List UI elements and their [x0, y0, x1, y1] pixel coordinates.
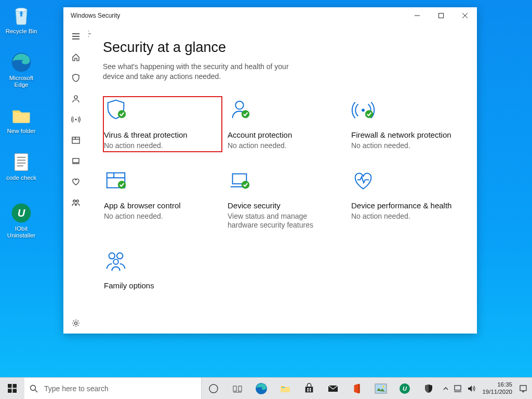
start-button[interactable]	[0, 378, 24, 400]
svg-rect-48	[282, 387, 285, 388]
tile-firewall-network[interactable]: Firewall & network protection No action …	[350, 96, 470, 152]
taskbar-store[interactable]	[297, 378, 321, 400]
window-title: Windows Security	[71, 12, 120, 19]
taskbar-search[interactable]: Type here to search	[24, 378, 202, 400]
nav-menu-button[interactable]	[63, 26, 88, 47]
svg-point-25	[362, 109, 365, 112]
heart-pulse-icon	[351, 169, 468, 197]
maximize-icon	[438, 13, 444, 18]
tile-grid: Virus & threat protection No action need…	[103, 96, 462, 294]
svg-rect-52	[310, 390, 311, 391]
svg-rect-38	[8, 389, 12, 393]
desktop-icon-new-folder[interactable]: New folder	[2, 104, 41, 135]
edge-icon	[255, 382, 268, 395]
nav-browser[interactable]	[63, 130, 88, 151]
tile-virus-threat[interactable]: Virus & threat protection No action need…	[103, 96, 222, 152]
minimize-icon	[415, 13, 420, 18]
taskbar-security[interactable]	[417, 378, 441, 400]
clock-date: 19/11/2020	[482, 389, 512, 396]
tray-notifications[interactable]	[516, 378, 530, 400]
svg-point-24	[242, 110, 249, 118]
search-icon	[30, 384, 38, 393]
taskbar-mail[interactable]	[321, 378, 345, 400]
notification-icon	[519, 384, 527, 393]
speaker-icon	[467, 385, 475, 392]
close-button[interactable]	[453, 7, 477, 24]
nav-account[interactable]	[63, 88, 88, 109]
desktop-icon-label: code check	[2, 175, 41, 181]
desktop-icon-edge[interactable]: Microsoft Edge	[2, 51, 41, 88]
clock-time: 16:35	[497, 381, 512, 389]
svg-point-26	[365, 110, 373, 118]
tray-clock[interactable]: 16:35 19/11/2020	[478, 381, 516, 396]
taskbar-iobit[interactable]: U	[393, 378, 417, 400]
svg-point-35	[113, 259, 118, 264]
svg-rect-51	[308, 390, 309, 391]
svg-point-42	[209, 384, 218, 393]
tile-status: No action needed.	[104, 212, 200, 221]
taskbar-office[interactable]	[345, 378, 369, 400]
minimize-button[interactable]	[405, 7, 429, 24]
tile-title: Family options	[104, 281, 220, 291]
desktop-icon-label: New folder	[2, 128, 41, 135]
iobit-icon: U	[398, 382, 411, 395]
back-button[interactable]	[88, 26, 96, 42]
desktop-icon-code-check[interactable]: code check	[2, 151, 41, 181]
taskbar-edge[interactable]	[249, 378, 273, 400]
taskbar-taskview[interactable]	[225, 378, 249, 400]
laptop-check-icon	[228, 169, 344, 197]
taskbar-explorer[interactable]	[273, 378, 297, 400]
svg-point-30	[118, 181, 126, 189]
page-title: Security at a glance	[103, 39, 462, 56]
person-icon	[71, 94, 81, 103]
taskbar-cortana[interactable]	[202, 378, 225, 400]
tile-app-browser[interactable]: App & browser control No action needed.	[103, 167, 222, 232]
desktop-icon-label: Recycle Bin	[2, 28, 41, 35]
nav-family[interactable]	[63, 192, 88, 213]
svg-point-40	[31, 385, 36, 390]
svg-rect-36	[8, 384, 12, 388]
maximize-button[interactable]	[429, 7, 453, 24]
svg-rect-50	[310, 388, 311, 390]
svg-point-19	[73, 200, 75, 202]
svg-point-23	[235, 101, 243, 109]
svg-point-34	[117, 252, 123, 259]
nav-device[interactable]	[63, 151, 88, 171]
tile-device-security[interactable]: Device security View status and manage h…	[227, 167, 346, 232]
svg-point-21	[75, 322, 77, 325]
nav-performance[interactable]	[63, 171, 88, 192]
tray-network[interactable]	[451, 378, 464, 400]
svg-rect-10	[439, 14, 444, 18]
taskbar-pictures[interactable]	[369, 378, 393, 400]
recycle-bin-icon	[10, 4, 33, 27]
tile-account-protection[interactable]: Account protection No action needed.	[227, 96, 346, 152]
close-icon	[462, 13, 468, 18]
tray-overflow[interactable]	[441, 378, 451, 400]
nav-settings[interactable]	[63, 313, 88, 334]
svg-rect-18	[73, 158, 79, 163]
search-placeholder: Type here to search	[44, 384, 109, 393]
titlebar: Windows Security	[63, 7, 477, 24]
family-icon	[71, 198, 81, 207]
office-icon	[352, 383, 362, 394]
page-subtitle: See what's happening with the security a…	[103, 62, 311, 82]
tile-device-performance[interactable]: Device performance & health No action ne…	[350, 167, 470, 232]
tile-title: Virus & threat protection	[104, 130, 220, 140]
svg-point-54	[382, 385, 384, 388]
nav-virus[interactable]	[63, 68, 88, 88]
tile-status: No action needed.	[228, 141, 324, 151]
tray-volume[interactable]	[464, 378, 478, 400]
folder-icon	[279, 382, 291, 395]
taskbar: Type here to search U 16:35 19/11/2020	[0, 377, 532, 399]
svg-text:U: U	[403, 385, 407, 392]
nav-home[interactable]	[63, 47, 88, 68]
tile-title: Device security	[228, 201, 344, 211]
nav-firewall[interactable]	[63, 109, 88, 130]
desktop-icon-iobit[interactable]: U IObit Uninstaller	[2, 202, 41, 239]
app-browser-icon	[71, 136, 81, 145]
tile-family-options[interactable]: Family options	[103, 247, 222, 294]
iobit-icon: U	[10, 202, 33, 224]
family-icon	[104, 249, 220, 277]
tile-status: No action needed.	[351, 141, 447, 151]
desktop-icon-recycle-bin[interactable]: Recycle Bin	[2, 4, 41, 35]
